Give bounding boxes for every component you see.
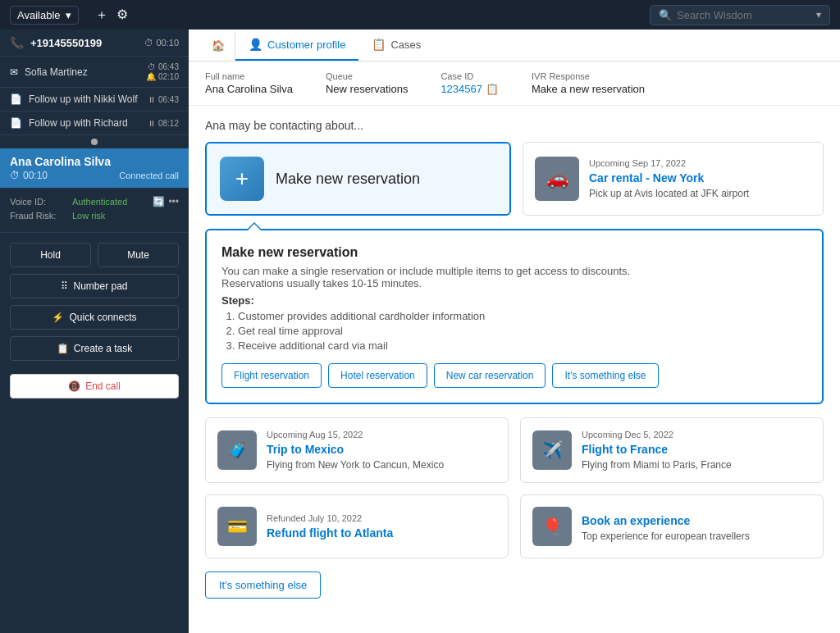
car-icon: 🚗: [535, 157, 579, 201]
auth-row: Voice ID: Authenticated 🔄 •••: [10, 196, 179, 207]
main-layout: 📞 +19145550199 ⏱ 00:10 ✉ Sofia Martinez …: [0, 30, 840, 633]
trip-mexico-title[interactable]: Trip to Mexico: [267, 443, 444, 456]
mute-button[interactable]: Mute: [98, 243, 179, 267]
step-3: Receive additional card via mail: [238, 339, 807, 352]
refresh-icon[interactable]: 🔄: [153, 196, 165, 207]
trip-mexico-card[interactable]: 🧳 Upcoming Aug 15, 2022 Trip to Mexico F…: [205, 417, 509, 483]
book-experience-card[interactable]: 🎈 Book an experience Top experience for …: [520, 494, 824, 558]
active-phone-call[interactable]: 📞 +19145550199 ⏱ 00:10: [0, 30, 189, 57]
case-id-value[interactable]: 1234567 📋: [441, 83, 499, 95]
add-icon[interactable]: ＋: [95, 7, 108, 24]
end-call-button[interactable]: 📵 End call: [10, 374, 179, 398]
copy-icon[interactable]: 📋: [486, 83, 499, 95]
expanded-reservation-section: Make new reservation You can make a sing…: [205, 229, 824, 404]
lightning-icon: ⚡: [52, 312, 64, 323]
active-call-timer: ⏱ 00:10: [10, 170, 48, 181]
fraud-value: Low risk: [72, 211, 105, 221]
refund-atlanta-content: Refunded July 10, 2022 Refund flight to …: [267, 513, 393, 540]
case-id-group: Case ID 1234567 📋: [441, 71, 499, 95]
car-rental-title[interactable]: Car rental - New York: [589, 171, 749, 184]
make-reservation-card[interactable]: + Make new reservation: [205, 142, 511, 216]
flight-france-date: Upcoming Dec 5, 2022: [582, 430, 732, 439]
expanded-arrow: [246, 222, 262, 230]
fraud-label: Fraud Risk:: [10, 211, 67, 221]
contact-time-richard: ⏸ 08:12: [148, 119, 179, 128]
car-rental-content: Upcoming Sep 17, 2022 Car rental - New Y…: [589, 158, 749, 199]
contact-times: ⏱ 06:43 🔔 02:10: [146, 62, 179, 81]
add-circle-icon: +: [220, 157, 264, 201]
connected-badge: Connected call: [119, 171, 179, 180]
contact-time1: ⏱ 06:43: [148, 62, 179, 71]
expanded-description: You can make a single reservation or inc…: [221, 265, 807, 289]
refund-atlanta-card[interactable]: 💳 Refunded July 10, 2022 Refund flight t…: [205, 494, 509, 558]
refund-atlanta-title[interactable]: Refund flight to Atlanta: [267, 526, 393, 540]
flight-france-card[interactable]: ✈️ Upcoming Dec 5, 2022 Flight to France…: [520, 417, 824, 483]
queue-group: Queue New reservations: [326, 71, 408, 95]
hotel-reservation-button[interactable]: Hotel reservation: [328, 363, 427, 388]
car-rental-card[interactable]: 🚗 Upcoming Sep 17, 2022 Car rental - New…: [523, 142, 824, 216]
car-rental-desc: Pick up at Avis located at JFK airport: [589, 188, 749, 199]
expanded-title: Make new reservation: [221, 245, 807, 260]
steps-list: Customer provides additional cardholder …: [221, 310, 807, 352]
step-2: Get real time approval: [238, 325, 807, 337]
more-icon[interactable]: •••: [168, 196, 179, 207]
search-bar[interactable]: 🔍 ▾: [650, 5, 830, 25]
voice-id-value: Authenticated: [72, 197, 127, 207]
top-cards-row: + Make new reservation 🚗 Upcoming Sep 17…: [205, 142, 824, 216]
balloon-icon: 🎈: [532, 507, 572, 546]
bottom-cards-grid: 🧳 Upcoming Aug 15, 2022 Trip to Mexico F…: [205, 417, 824, 558]
tab-customer-profile[interactable]: 👤 Customer profile: [235, 30, 358, 61]
new-car-reservation-button[interactable]: New car reservation: [434, 363, 546, 388]
create-task-button[interactable]: 📋 Create a task: [10, 336, 179, 361]
flight-france-title[interactable]: Flight to France: [582, 443, 732, 456]
top-bar: Available ▾ ＋ ⚙ 🔍 ▾: [0, 0, 840, 30]
case-id-label: Case ID: [441, 71, 499, 81]
active-call-row: ⏱ 00:10 Connected call: [10, 170, 179, 181]
plane-icon: ✈️: [532, 430, 572, 470]
trip-mexico-date: Upcoming Aug 15, 2022: [267, 430, 444, 439]
hold-mute-row: Hold Mute: [10, 243, 179, 267]
make-reservation-label: Make new reservation: [276, 171, 420, 188]
top-bar-icons: ＋ ⚙: [95, 7, 128, 24]
steps-label: Steps:: [221, 294, 807, 307]
queue-label: Queue: [326, 71, 408, 81]
ivr-label: IVR Response: [532, 71, 645, 81]
full-name-value: Ana Carolina Silva: [205, 83, 293, 95]
fraud-row: Fraud Risk: Low risk: [10, 211, 179, 221]
number-pad-button[interactable]: ⠿ Number pad: [10, 274, 179, 298]
contact-item-nikki[interactable]: 📄 Follow up with Nikki Wolf ⏸ 06:43: [0, 88, 189, 112]
phone-icon: 📞: [10, 36, 24, 49]
tab-home[interactable]: 🏠: [202, 31, 235, 60]
contact-name: Sofia Martinez: [25, 66, 139, 78]
something-else-button[interactable]: It's something else: [205, 572, 321, 599]
voice-id-label: Voice ID:: [10, 197, 67, 207]
call-actions: Hold Mute ⠿ Number pad ⚡ Quick connects …: [0, 233, 189, 371]
settings-icon[interactable]: ⚙: [116, 7, 128, 24]
contact-times-richard: ⏸ 08:12: [148, 119, 179, 128]
availability-select[interactable]: Available ▾: [10, 6, 79, 25]
book-experience-title[interactable]: Book an experience: [582, 514, 750, 527]
something-else-inline-button[interactable]: It's something else: [552, 363, 658, 388]
cases-icon: 📋: [372, 38, 386, 51]
sidebar: 📞 +19145550199 ⏱ 00:10 ✉ Sofia Martinez …: [0, 30, 189, 633]
contact-item-sofia[interactable]: ✉ Sofia Martinez ⏱ 06:43 🔔 02:10: [0, 57, 189, 88]
contact-item-richard[interactable]: 📄 Follow up with Richard ⏸ 08:12: [0, 112, 189, 135]
tab-cases[interactable]: 📋 Cases: [358, 30, 434, 61]
flight-reservation-button[interactable]: Flight reservation: [221, 363, 322, 388]
search-dropdown-arrow[interactable]: ▾: [816, 9, 821, 20]
availability-label: Available: [17, 9, 61, 21]
active-caller-name: Ana Carolina Silva: [10, 155, 179, 168]
full-name-group: Full name Ana Carolina Silva: [205, 71, 293, 95]
call-meta: ⏱ 00:10: [144, 38, 179, 48]
numpad-icon: ⠿: [61, 280, 68, 292]
hold-button[interactable]: Hold: [10, 243, 91, 267]
ivr-value: Make a new reservation: [532, 83, 645, 95]
contact-name-nikki: Follow up with Nikki Wolf: [29, 93, 141, 105]
end-call-icon: 📵: [68, 380, 80, 392]
main-content: Ana may be contacting about... + Make ne…: [189, 106, 840, 633]
contact-type-icon2: 📄: [10, 93, 22, 105]
quick-connects-button[interactable]: ⚡ Quick connects: [10, 305, 179, 330]
luggage-icon: 🧳: [217, 430, 257, 470]
search-input[interactable]: [677, 9, 811, 21]
flight-france-desc: Flying from Miami to Paris, France: [582, 459, 732, 471]
